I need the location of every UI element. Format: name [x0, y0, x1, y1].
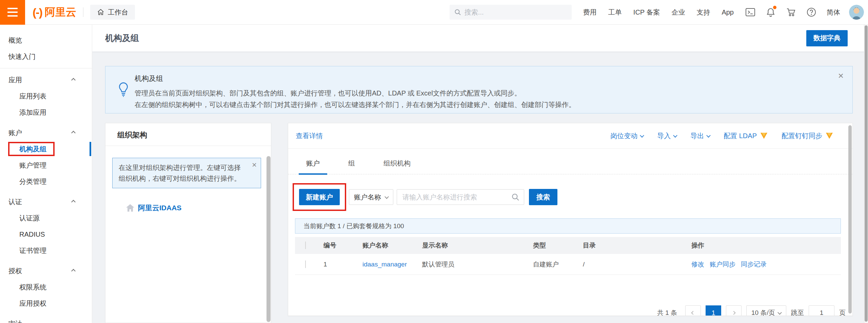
- account-search-box: [397, 189, 524, 205]
- action-label: 岗位变动: [610, 131, 637, 141]
- sidebar-item-overview[interactable]: 概览: [0, 32, 92, 48]
- top-menu-icp[interactable]: ICP 备案: [633, 8, 660, 17]
- action-label: 配置钉钉同步: [782, 131, 822, 141]
- sidebar-item-account-management[interactable]: 账户管理: [0, 157, 92, 173]
- sidebar-item-auth-source[interactable]: 认证源: [0, 210, 92, 226]
- workbench-button[interactable]: 工作台: [90, 5, 135, 20]
- sidebar-group-label: 认证: [8, 197, 22, 207]
- detail-scrollbar-thumb[interactable]: [848, 125, 852, 314]
- cloudshell-icon[interactable]: [745, 7, 755, 17]
- sidebar-item-app-authorization[interactable]: 应用授权: [0, 295, 92, 311]
- notification-bell-icon[interactable]: [766, 7, 776, 17]
- toolbar-actions: 岗位变动 导入 导出 配置 LDAP: [610, 131, 833, 141]
- filter-field-select[interactable]: 账户名称: [349, 189, 393, 205]
- sidebar-item-permission-system[interactable]: 权限系统: [0, 279, 92, 295]
- export-dropdown[interactable]: 导出: [690, 131, 710, 141]
- pagination: 共 1 条 1 10 条/页 跳至 页: [288, 305, 846, 316]
- sidebar-item-label: 应用授权: [19, 299, 46, 308]
- top-menu-enterprise[interactable]: 企业: [671, 8, 685, 17]
- page-scrollbar-thumb[interactable]: [865, 25, 868, 322]
- account-sync-link[interactable]: 账户同步: [710, 260, 735, 269]
- top-menu-support[interactable]: 支持: [696, 8, 710, 17]
- prev-page-button[interactable]: [685, 305, 701, 316]
- top-menu-billing[interactable]: 费用: [583, 8, 597, 17]
- sidebar-group-authorization[interactable]: 授权: [0, 263, 92, 279]
- sidebar-group-authentication[interactable]: 认证: [0, 194, 92, 210]
- language-switcher[interactable]: 简体: [827, 8, 840, 17]
- sync-record-link[interactable]: 同步记录: [741, 260, 767, 269]
- sidebar-group-applications[interactable]: 应用: [0, 72, 92, 88]
- top-search-input[interactable]: [465, 8, 559, 16]
- sidebar-group-label: 授权: [8, 266, 22, 276]
- new-account-button[interactable]: 新建账户: [299, 189, 340, 205]
- sidebar-item-radius[interactable]: RADIUS: [0, 226, 92, 242]
- chevron-up-icon: [71, 131, 76, 135]
- tab-org-structure[interactable]: 组织机构: [376, 159, 418, 174]
- sidebar-item-label: RADIUS: [19, 231, 45, 238]
- jump-label: 跳至: [791, 308, 804, 316]
- position-change-dropdown[interactable]: 岗位变动: [610, 131, 644, 141]
- avatar[interactable]: [849, 5, 864, 20]
- sidebar-divider: [0, 68, 92, 68]
- cell-directory: /: [576, 261, 685, 268]
- workbench-label: 工作台: [108, 8, 128, 17]
- account-name-link[interactable]: idaas_manager: [362, 261, 407, 268]
- sidebar-item-label: 概览: [8, 36, 22, 45]
- top-menu-app[interactable]: App: [722, 8, 734, 16]
- account-search-input[interactable]: [397, 189, 524, 205]
- search-button[interactable]: 搜索: [529, 189, 557, 205]
- sidebar-item-category-management[interactable]: 分类管理: [0, 173, 92, 190]
- next-page-button[interactable]: [726, 305, 742, 316]
- aliyun-logo-icon: (-): [33, 6, 42, 19]
- tooltip-close-icon[interactable]: ×: [252, 161, 257, 169]
- aliyun-logo[interactable]: (-) 阿里云: [33, 5, 76, 19]
- quota-strip: 当前账户数 1 / 已购套餐规格为 100: [295, 218, 841, 234]
- filter-field-value: 账户名称: [354, 193, 381, 202]
- configure-dingtalk-sync-link[interactable]: 配置钉钉同步: [782, 131, 833, 141]
- select-all-checkbox[interactable]: [305, 241, 306, 249]
- import-dropdown[interactable]: 导入: [657, 131, 677, 141]
- tab-accounts[interactable]: 账户: [299, 159, 327, 175]
- view-detail-link[interactable]: 查看详情: [296, 131, 323, 141]
- pagination-total: 共 1 条: [657, 308, 677, 316]
- detail-scrollbar[interactable]: [848, 125, 852, 314]
- aliyun-logo-text: 阿里云: [45, 5, 76, 19]
- top-bar: (-) 阿里云 工作台 费用 工单 ICP 备案 企业 支持 App: [0, 0, 868, 25]
- cell-number: 1: [317, 261, 356, 268]
- data-dictionary-button[interactable]: 数据字典: [806, 30, 848, 46]
- banner-close-icon[interactable]: ×: [838, 71, 844, 81]
- org-tree-title: 组织架构: [105, 123, 271, 146]
- help-icon[interactable]: [806, 7, 816, 17]
- jump-page-input[interactable]: [809, 305, 834, 316]
- sidebar: 概览 快速入门 应用 应用列表 添加应用 账户 机构及组 账户管理 分类管理 认…: [0, 25, 92, 323]
- cart-icon[interactable]: [786, 7, 796, 17]
- chevron-left-icon: [691, 311, 695, 315]
- tree-scrollbar-thumb[interactable]: [267, 156, 271, 322]
- modify-link[interactable]: 修改: [691, 260, 704, 269]
- sidebar-group-audit[interactable]: 审计: [0, 316, 92, 323]
- hamburger-menu-icon[interactable]: [0, 0, 25, 25]
- page-size-select[interactable]: 10 条/页: [746, 305, 786, 316]
- sidebar-group-accounts[interactable]: 账户: [0, 125, 92, 141]
- notification-dot: [773, 6, 776, 9]
- sidebar-item-app-list[interactable]: 应用列表: [0, 88, 92, 104]
- tree-scrollbar[interactable]: [266, 156, 271, 323]
- sidebar-group-label: 审计: [8, 319, 22, 323]
- sidebar-item-org-and-groups[interactable]: 机构及组: [0, 141, 92, 157]
- detail-toolbar: 查看详情 岗位变动 导入 导出: [288, 123, 852, 149]
- org-tree-root-node[interactable]: 阿里云IDAAS: [126, 203, 271, 213]
- page-scrollbar[interactable]: [864, 25, 868, 323]
- configure-ldap-link[interactable]: 配置 LDAP: [724, 131, 768, 141]
- top-search-box[interactable]: [450, 5, 572, 20]
- top-menu-tickets[interactable]: 工单: [608, 8, 622, 17]
- page-header: 机构及组 数据字典: [92, 25, 868, 51]
- current-page-button[interactable]: 1: [706, 305, 721, 316]
- chevron-down-icon: [71, 321, 76, 323]
- sidebar-item-quickstart[interactable]: 快速入门: [0, 48, 92, 65]
- col-directory: 目录: [576, 241, 685, 250]
- tab-groups[interactable]: 组: [341, 159, 362, 174]
- sidebar-item-label: 快速入门: [8, 52, 36, 61]
- sidebar-item-add-app[interactable]: 添加应用: [0, 104, 92, 121]
- row-checkbox[interactable]: [305, 260, 306, 268]
- sidebar-item-cert-management[interactable]: 证书管理: [0, 242, 92, 259]
